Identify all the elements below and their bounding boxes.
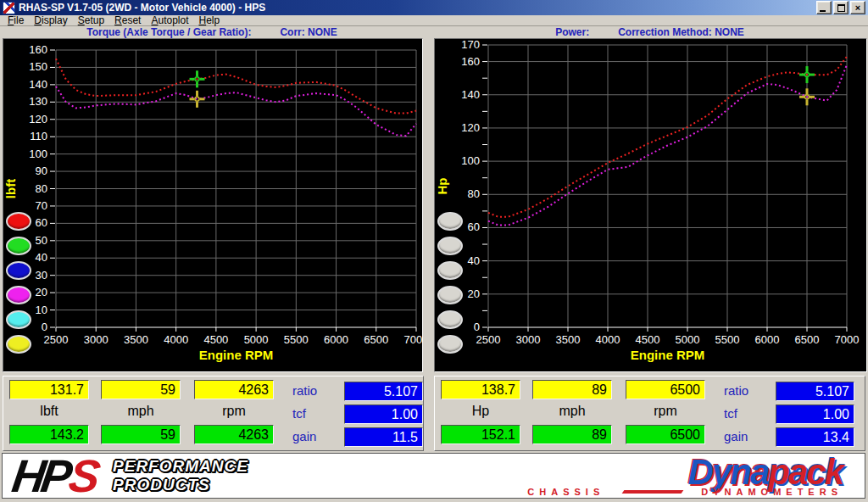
power-chart-panel: 2500300035004000450050005500600065007000… <box>434 38 867 372</box>
menu-reset[interactable]: Reset <box>109 14 146 26</box>
gain-value: 11.5 <box>344 427 423 447</box>
rpm-yellow-cursor-value: 6500 <box>626 380 705 399</box>
window-title: RHAS-SP V1.7-05 (2WD - Motor Vehicle 400… <box>19 2 816 14</box>
torque-chart-header: Torque (Axle Torque / Gear Ratio): Corr:… <box>3 26 421 38</box>
speed-green-cursor-value: 59 <box>101 425 181 444</box>
menu-file[interactable]: File <box>3 14 29 26</box>
gain-label: gain <box>724 429 773 443</box>
power-chart-title: Power: <box>555 26 589 38</box>
rpm-green-cursor-value: 4263 <box>194 425 274 444</box>
svg-text:90: 90 <box>36 165 47 177</box>
svg-text:20: 20 <box>468 287 480 300</box>
tcf-value: 1.00 <box>776 404 854 424</box>
torque-yellow-cursor-value: 131.7 <box>9 380 89 399</box>
run-select-button-2[interactable] <box>437 237 463 255</box>
svg-text:50: 50 <box>36 234 47 247</box>
run-select-button-4[interactable] <box>437 286 463 304</box>
close-button[interactable]: × <box>850 1 865 14</box>
run-select-button-6[interactable] <box>6 335 31 354</box>
torque-unit-label: lbft <box>9 404 89 419</box>
svg-text:5500: 5500 <box>715 333 740 346</box>
power-unit-label: Hp <box>441 404 520 419</box>
svg-text:2500: 2500 <box>476 333 501 346</box>
gain-label: gain <box>292 429 342 443</box>
hps-logo-text: PERFORMANCE PRODUCTS <box>113 457 248 494</box>
title-bar: RHAS-SP V1.7-05 (2WD - Motor Vehicle 400… <box>0 0 868 15</box>
speed-yellow-cursor-value: 59 <box>101 380 181 399</box>
svg-text:160: 160 <box>461 55 480 68</box>
logo-strip: HP S PERFORMANCE PRODUCTS Dynapack CHASS… <box>2 453 865 499</box>
ratio-value: 5.107 <box>344 382 423 401</box>
svg-text:6000: 6000 <box>755 333 780 346</box>
torque-correction-label: Corr: NONE <box>280 26 337 38</box>
svg-text:0: 0 <box>42 321 47 333</box>
svg-text:60: 60 <box>468 220 480 233</box>
svg-text:5000: 5000 <box>244 333 269 346</box>
restore-button[interactable] <box>833 1 849 14</box>
tcf-value: 1.00 <box>344 404 423 424</box>
gain-value: 13.4 <box>776 427 854 447</box>
run-select-button-1[interactable] <box>437 212 463 231</box>
run-select-buttons-right <box>437 212 463 354</box>
svg-text:70: 70 <box>36 199 47 212</box>
torque-chart[interactable]: 2500300035004000450050005500600065007000… <box>3 39 422 371</box>
run-select-button-1[interactable] <box>6 212 31 231</box>
minimize-button[interactable] <box>816 1 832 14</box>
restore-icon <box>837 4 845 12</box>
run-select-button-5[interactable] <box>6 310 31 329</box>
svg-text:2500: 2500 <box>44 333 69 346</box>
svg-text:4000: 4000 <box>164 333 188 346</box>
svg-text:10: 10 <box>36 304 47 316</box>
speed-unit-label: mph <box>532 404 612 419</box>
speed-yellow-cursor-value: 89 <box>532 380 612 399</box>
svg-text:Hp: Hp <box>435 178 449 195</box>
hps-logo-s: S <box>67 455 99 497</box>
torque-readout-panel: 131.7 59 4263 lbft mph rpm 143.2 59 4263… <box>3 376 424 451</box>
menu-setup[interactable]: Setup <box>73 14 109 26</box>
rpm-unit-label: rpm <box>194 404 274 419</box>
speed-green-cursor-value: 89 <box>532 425 612 444</box>
svg-text:7000: 7000 <box>835 333 860 346</box>
hps-performance-text: PERFORMANCE <box>113 457 248 476</box>
ratio-label: ratio <box>292 383 342 398</box>
svg-text:6000: 6000 <box>324 333 348 346</box>
svg-text:5500: 5500 <box>284 333 309 346</box>
tcf-label: tcf <box>292 406 342 421</box>
run-select-button-4[interactable] <box>6 286 31 304</box>
rpm-yellow-cursor-value: 4263 <box>194 380 274 399</box>
run-select-button-3[interactable] <box>6 261 31 280</box>
svg-text:140: 140 <box>461 88 480 101</box>
menu-help[interactable]: Help <box>194 14 225 26</box>
power-yellow-cursor-value: 138.7 <box>441 380 520 399</box>
svg-text:3000: 3000 <box>516 333 541 346</box>
dynapack-logo-pack: pack <box>768 452 843 492</box>
dynapack-swoosh <box>622 490 684 494</box>
svg-text:120: 120 <box>29 113 47 126</box>
rpm-unit-label: rpm <box>626 404 705 419</box>
menu-display[interactable]: Display <box>29 14 72 26</box>
svg-text:30: 30 <box>36 269 47 282</box>
svg-text:4000: 4000 <box>596 333 620 346</box>
power-chart[interactable]: 2500300035004000450050005500600065007000… <box>435 39 866 371</box>
run-select-button-2[interactable] <box>6 237 31 255</box>
power-green-cursor-value: 152.1 <box>441 425 520 444</box>
power-readout-panel: 138.7 89 6500 Hp mph rpm 152.1 89 6500 r… <box>434 376 865 451</box>
torque-chart-panel: 2500300035004000450050005500600065007000… <box>3 38 423 372</box>
svg-text:7000: 7000 <box>404 333 422 346</box>
svg-text:4500: 4500 <box>203 333 228 346</box>
menu-autoplot[interactable]: Autoplot <box>146 14 193 26</box>
run-select-button-6[interactable] <box>437 335 463 354</box>
svg-text:80: 80 <box>36 182 47 195</box>
dynapack-logo-dyna: Dyna <box>688 452 769 492</box>
run-select-buttons-left <box>6 212 31 354</box>
svg-text:3500: 3500 <box>556 333 581 346</box>
menu-bar: File Display Setup Reset Autoplot Help <box>0 15 868 26</box>
run-select-button-3[interactable] <box>437 261 463 280</box>
run-select-button-5[interactable] <box>437 310 463 329</box>
svg-text:130: 130 <box>29 95 47 108</box>
svg-text:140: 140 <box>29 78 47 91</box>
power-correction-label: Correction Method: NONE <box>618 26 744 38</box>
svg-text:60: 60 <box>36 216 47 229</box>
hps-logo-hp: HP <box>9 455 70 497</box>
close-icon: × <box>855 3 860 13</box>
